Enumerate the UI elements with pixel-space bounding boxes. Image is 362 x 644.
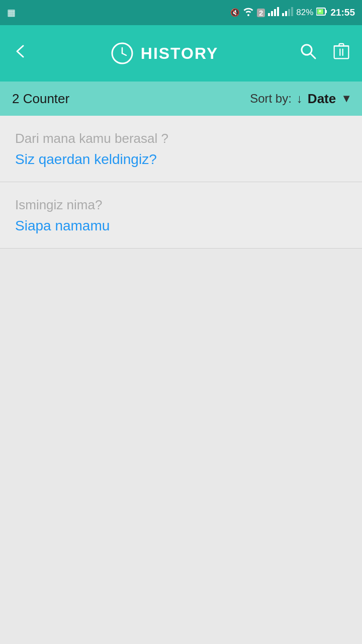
status-left: ▦ bbox=[7, 7, 16, 18]
list-item-translation: Siapa namamu bbox=[15, 218, 347, 234]
signal-icon bbox=[268, 7, 279, 19]
search-icon bbox=[300, 43, 317, 60]
battery-percent: 82% bbox=[296, 8, 313, 18]
toolbar-title: HISTORY bbox=[141, 44, 218, 63]
status-right: 🔇 2 82% bbox=[230, 7, 355, 19]
sort-dropdown-icon[interactable]: ▼ bbox=[341, 92, 352, 105]
svg-rect-1 bbox=[271, 11, 273, 16]
svg-line-15 bbox=[311, 54, 315, 58]
sort-by-label: Sort by: bbox=[250, 92, 292, 106]
sim-badge: 2 bbox=[257, 9, 265, 17]
list-item-translation: Siz qaerdan keldingiz? bbox=[15, 151, 347, 168]
history-list: Dari mana kamu berasal ? Siz qaerdan kel… bbox=[0, 116, 362, 249]
clock-icon bbox=[111, 42, 134, 65]
search-button[interactable] bbox=[300, 43, 317, 64]
counter-label: 2 Counter bbox=[12, 91, 69, 107]
list-item[interactable]: Dari mana kamu berasal ? Siz qaerdan kel… bbox=[0, 116, 362, 182]
svg-rect-10 bbox=[325, 10, 327, 13]
svg-rect-5 bbox=[285, 11, 287, 16]
svg-rect-3 bbox=[277, 7, 279, 16]
status-bar: ▦ 🔇 2 bbox=[0, 0, 362, 25]
battery-icon bbox=[316, 7, 327, 19]
sort-value: Date bbox=[308, 91, 336, 107]
toolbar: HISTORY bbox=[0, 25, 362, 82]
sort-direction-icon: ↓ bbox=[297, 92, 303, 106]
toolbar-actions bbox=[300, 43, 350, 64]
trash-icon bbox=[333, 43, 350, 60]
svg-rect-16 bbox=[334, 46, 349, 58]
svg-rect-7 bbox=[291, 7, 293, 16]
sort-group[interactable]: Sort by: ↓ Date ▼ bbox=[250, 91, 352, 107]
svg-rect-0 bbox=[268, 13, 270, 16]
back-button[interactable] bbox=[12, 43, 29, 64]
toolbar-title-group: HISTORY bbox=[111, 42, 218, 65]
list-item-source: Dari mana kamu berasal ? bbox=[15, 131, 347, 146]
svg-line-13 bbox=[122, 53, 126, 55]
wifi-icon bbox=[243, 7, 254, 19]
svg-rect-2 bbox=[274, 9, 276, 16]
screenshot-icon: ▦ bbox=[7, 7, 16, 18]
svg-rect-4 bbox=[282, 13, 284, 16]
status-time: 21:55 bbox=[330, 7, 355, 18]
delete-button[interactable] bbox=[333, 43, 350, 64]
list-item[interactable]: Ismingiz nima? Siapa namamu bbox=[0, 182, 362, 249]
list-item-source: Ismingiz nima? bbox=[15, 197, 347, 213]
signal-icon-2 bbox=[282, 7, 293, 19]
svg-rect-6 bbox=[288, 9, 290, 16]
subheader: 2 Counter Sort by: ↓ Date ▼ bbox=[0, 82, 362, 116]
mute-icon: 🔇 bbox=[230, 8, 240, 17]
